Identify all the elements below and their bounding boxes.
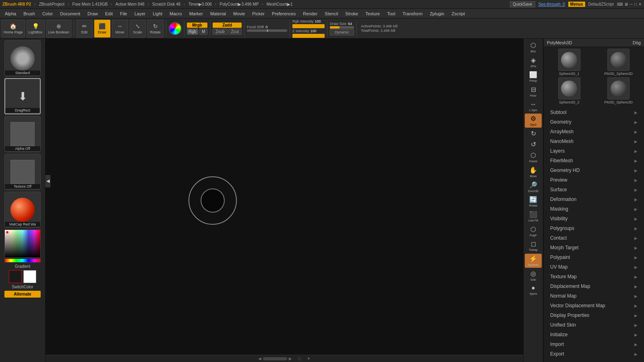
zsub-button[interactable]: Zsub	[213, 29, 227, 35]
alpha-off[interactable]: Alpha Off	[4, 116, 41, 152]
menu-item-contact[interactable]: Contact▶	[544, 233, 644, 243]
menu-item-geometry[interactable]: Geometry▶	[544, 117, 644, 127]
horizontal-scroll-track[interactable]	[263, 357, 287, 360]
menu-item-vectordisplacementmap[interactable]: Vector Displacement Map▶	[544, 301, 644, 310]
tool-btn-linefill[interactable]: ⬛ Line Fill	[525, 209, 542, 223]
menu-alpha[interactable]: Alpha	[2, 10, 19, 17]
z-intensity-slider[interactable]	[292, 34, 325, 38]
menu-item-nanomesh[interactable]: NanoMesh▶	[544, 137, 644, 146]
quicksave-button[interactable]: QuickSave	[510, 1, 535, 7]
menu-item-unifiedskin[interactable]: Unified Skin▶	[544, 320, 644, 330]
tool-btn-move[interactable]: ✋ Move	[525, 165, 542, 179]
menu-item-preview[interactable]: Preview▶	[544, 175, 644, 185]
menu-item-geometryhd[interactable]: Geometry HD▶	[544, 165, 644, 175]
menu-picker[interactable]: Picker	[249, 10, 268, 17]
edit-button[interactable]: ✏ Edit	[77, 20, 93, 37]
canvas-area[interactable]: ◀ ▶ ⬡ ▼	[46, 39, 523, 362]
live-boolean-button[interactable]: ⊕ Live Boolean	[46, 20, 71, 37]
left-collapse-handle[interactable]: ◀	[46, 175, 50, 187]
menus-button[interactable]: Menus	[568, 2, 585, 7]
menu-item-subtool[interactable]: Subtool▶	[544, 108, 644, 117]
menu-item-import[interactable]: Import▶	[544, 339, 644, 349]
menu-zplugin[interactable]: Zplugin	[427, 10, 447, 17]
color-gradient-area[interactable]	[4, 230, 41, 258]
menu-document[interactable]: Document	[57, 10, 83, 17]
foreground-color-swatch[interactable]	[9, 270, 22, 283]
home-page-button[interactable]: 🏠 Home Page	[2, 20, 25, 37]
rgb-button[interactable]: Rgb	[187, 29, 198, 35]
see-through-link[interactable]: See-through_0	[538, 2, 565, 6]
tool-btn-persp[interactable]: ⬜ Persp	[525, 70, 542, 84]
tool-btn-lsym[interactable]: ↔ L.Sym	[525, 99, 542, 113]
hue-bar[interactable]	[4, 259, 41, 263]
menu-light[interactable]: Light	[149, 10, 166, 17]
brush-dragrect[interactable]: ⬇ DragRect	[4, 78, 41, 114]
scroll-right-arrow[interactable]: ▶	[289, 356, 292, 361]
menu-layer[interactable]: Layer	[131, 10, 149, 17]
color-picker-circle[interactable]	[169, 22, 182, 35]
close-button[interactable]: ✕	[638, 2, 642, 6]
menu-item-export[interactable]: Export▶	[544, 349, 644, 359]
menu-edit[interactable]: Edit	[102, 10, 116, 17]
tool-btn-btru[interactable]: ⬡ Btru	[525, 40, 542, 54]
menu-file[interactable]: File	[117, 10, 130, 17]
lightbox-button[interactable]: 💡 LightBox	[27, 20, 45, 37]
menu-render[interactable]: Render	[300, 10, 321, 17]
mesh-item-pm3d2[interactable]: PM3D_Sphere3D	[595, 77, 643, 104]
menu-stencil[interactable]: Stencil	[321, 10, 341, 17]
dynamic-button[interactable]: Dynamic	[330, 29, 354, 35]
menu-item-layers[interactable]: Layers▶	[544, 146, 644, 156]
menu-preferences[interactable]: Preferences	[269, 10, 299, 17]
tool-btn-transp[interactable]: ◻ Transp	[525, 239, 542, 253]
maximize-button[interactable]: □	[634, 2, 637, 6]
menu-draw[interactable]: Draw	[84, 10, 101, 17]
menu-transform[interactable]: Transform	[399, 10, 426, 17]
tool-btn-spere[interactable]: ● Spere	[525, 283, 542, 297]
background-color-swatch[interactable]	[23, 270, 36, 283]
mesh-item-sphere3d2[interactable]: Sphere3D_2	[545, 77, 593, 104]
draw-button[interactable]: ⬛ Draw	[94, 20, 110, 37]
menu-item-normalmap[interactable]: Normal Map▶	[544, 291, 644, 301]
zadd-button[interactable]: Zadd	[213, 23, 242, 28]
menu-item-polypaint[interactable]: Polypaint▶	[544, 252, 644, 262]
rotate-button[interactable]: ↻ Rotate	[147, 20, 164, 37]
alternate-button[interactable]: Alternate	[4, 291, 41, 298]
menu-item-surface[interactable]: Surface▶	[544, 185, 644, 194]
menu-item-texturemap[interactable]: Texture Map▶	[544, 272, 644, 281]
menu-item-morphtarget[interactable]: Morph Target▶	[544, 243, 644, 252]
zcut-button[interactable]: Zcut	[228, 29, 242, 35]
mrgb-button[interactable]: Mrgb	[187, 23, 208, 28]
tool-btn-frame[interactable]: ⬡ Frame	[525, 150, 542, 164]
tool-btn-zoom3d[interactable]: 🔎 Zoom3D	[525, 180, 542, 194]
menu-stroke[interactable]: Stroke	[342, 10, 361, 17]
menu-item-masking[interactable]: Masking▶	[544, 204, 644, 214]
scroll-down-arrow[interactable]: ▼	[307, 356, 311, 361]
rgb-intensity-slider[interactable]	[292, 24, 325, 28]
m-button[interactable]: M	[199, 29, 207, 35]
brush-standard[interactable]: Standard	[4, 40, 41, 77]
menu-tool[interactable]: Tool	[384, 10, 398, 17]
menu-item-uvmap[interactable]: UV Map▶	[544, 262, 644, 272]
menu-item-displayproperties[interactable]: Display Properties▶	[544, 310, 644, 320]
menu-zscript[interactable]: Zscript	[448, 10, 468, 17]
scale-button[interactable]: ⤡ Scale	[130, 20, 146, 37]
draw-size-slider[interactable]	[330, 26, 354, 29]
menu-texture[interactable]: Texture	[362, 10, 383, 17]
menu-item-displacementmap[interactable]: Displacement Map▶	[544, 281, 644, 291]
tool-btn-spix[interactable]: ◈ SPix	[525, 55, 542, 69]
tool-btn-polyf[interactable]: ⬡ PolyF	[525, 224, 542, 238]
menu-color[interactable]: Color	[39, 10, 56, 17]
scroll-left-arrow[interactable]: ◀	[258, 356, 261, 361]
focal-slider[interactable]	[247, 29, 287, 32]
tool-btn-rotate3d[interactable]: 🔄 Rotate	[525, 194, 542, 209]
tool-btn-floor[interactable]: ⊟ Floor	[525, 85, 542, 99]
tool-btn-dynamic[interactable]: ⚡ Dynamic	[525, 254, 542, 268]
menu-item-initialize[interactable]: Initialize▶	[544, 330, 644, 339]
menu-item-deformation[interactable]: Deformation▶	[544, 194, 644, 204]
move-button[interactable]: ↔ Move	[112, 20, 128, 37]
matcap-material[interactable]: MatCap Red Wa	[4, 192, 41, 228]
menu-brush[interactable]: Brush	[20, 10, 38, 17]
menu-marker[interactable]: Marker	[186, 10, 206, 17]
menu-item-polygroups[interactable]: Polygroups▶	[544, 223, 644, 233]
menu-material[interactable]: Material	[207, 10, 229, 17]
